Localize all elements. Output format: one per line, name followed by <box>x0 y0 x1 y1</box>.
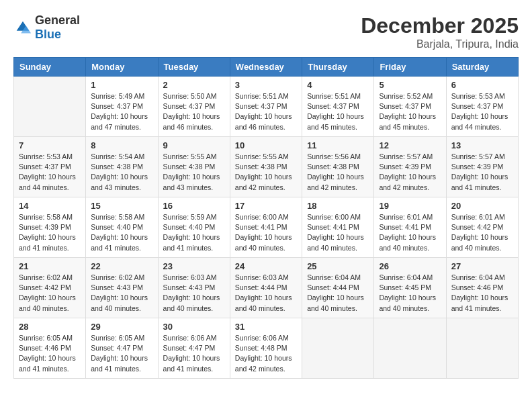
weekday-header-wednesday: Wednesday <box>230 58 302 77</box>
month-title: December 2025 <box>361 13 519 38</box>
calendar-cell <box>374 318 446 379</box>
day-info: Sunrise: 6:00 AMSunset: 4:41 PMDaylight:… <box>307 212 369 253</box>
calendar-cell: 5Sunrise: 5:52 AMSunset: 4:37 PMDaylight… <box>374 77 446 137</box>
logo-text-general: General <box>35 13 80 27</box>
day-info: Sunrise: 6:03 AMSunset: 4:44 PMDaylight:… <box>235 273 297 314</box>
day-number: 4 <box>307 80 369 90</box>
calendar-week-3: 14Sunrise: 5:58 AMSunset: 4:39 PMDayligh… <box>14 197 519 258</box>
calendar-cell: 24Sunrise: 6:03 AMSunset: 4:44 PMDayligh… <box>230 258 302 318</box>
calendar-cell: 27Sunrise: 6:04 AMSunset: 4:46 PMDayligh… <box>446 258 518 318</box>
day-number: 30 <box>163 322 225 332</box>
day-number: 20 <box>451 201 513 211</box>
day-number: 13 <box>451 140 513 150</box>
calendar-week-5: 28Sunrise: 6:05 AMSunset: 4:46 PMDayligh… <box>14 318 519 379</box>
calendar-cell: 29Sunrise: 6:05 AMSunset: 4:47 PMDayligh… <box>86 318 158 379</box>
day-info: Sunrise: 5:51 AMSunset: 4:37 PMDaylight:… <box>235 91 297 132</box>
day-number: 23 <box>163 261 225 271</box>
calendar-cell: 16Sunrise: 5:59 AMSunset: 4:40 PMDayligh… <box>158 197 230 258</box>
day-number: 5 <box>379 80 441 90</box>
day-info: Sunrise: 6:01 AMSunset: 4:42 PMDaylight:… <box>451 212 513 253</box>
day-number: 31 <box>235 322 297 332</box>
logo: General Blue <box>13 13 80 42</box>
day-info: Sunrise: 5:52 AMSunset: 4:37 PMDaylight:… <box>379 91 441 132</box>
weekday-header-row: SundayMondayTuesdayWednesdayThursdayFrid… <box>14 58 519 77</box>
day-info: Sunrise: 5:56 AMSunset: 4:38 PMDaylight:… <box>307 152 369 193</box>
calendar-cell: 22Sunrise: 6:02 AMSunset: 4:43 PMDayligh… <box>86 258 158 318</box>
weekday-header-sunday: Sunday <box>14 58 86 77</box>
day-number: 29 <box>91 322 152 332</box>
weekday-header-tuesday: Tuesday <box>158 58 230 77</box>
day-number: 8 <box>91 140 152 150</box>
calendar-cell: 25Sunrise: 6:04 AMSunset: 4:44 PMDayligh… <box>302 258 374 318</box>
day-number: 15 <box>91 201 152 211</box>
day-info: Sunrise: 5:49 AMSunset: 4:37 PMDaylight:… <box>91 91 152 132</box>
day-number: 14 <box>19 201 81 211</box>
calendar-cell <box>14 77 86 137</box>
day-number: 28 <box>19 322 81 332</box>
calendar-cell: 18Sunrise: 6:00 AMSunset: 4:41 PMDayligh… <box>302 197 374 258</box>
calendar-cell: 17Sunrise: 6:00 AMSunset: 4:41 PMDayligh… <box>230 197 302 258</box>
day-number: 2 <box>163 80 225 90</box>
day-info: Sunrise: 5:57 AMSunset: 4:39 PMDaylight:… <box>379 152 441 193</box>
day-info: Sunrise: 6:01 AMSunset: 4:41 PMDaylight:… <box>379 212 441 253</box>
day-info: Sunrise: 6:00 AMSunset: 4:41 PMDaylight:… <box>235 212 297 253</box>
calendar-table: SundayMondayTuesdayWednesdayThursdayFrid… <box>13 57 519 379</box>
day-info: Sunrise: 6:03 AMSunset: 4:43 PMDaylight:… <box>163 273 225 314</box>
calendar-cell: 13Sunrise: 5:57 AMSunset: 4:39 PMDayligh… <box>446 137 518 197</box>
calendar-cell: 10Sunrise: 5:55 AMSunset: 4:38 PMDayligh… <box>230 137 302 197</box>
logo-icon <box>13 18 32 37</box>
calendar-week-4: 21Sunrise: 6:02 AMSunset: 4:42 PMDayligh… <box>14 258 519 318</box>
calendar-cell: 30Sunrise: 6:06 AMSunset: 4:47 PMDayligh… <box>158 318 230 379</box>
calendar-cell: 20Sunrise: 6:01 AMSunset: 4:42 PMDayligh… <box>446 197 518 258</box>
day-info: Sunrise: 6:02 AMSunset: 4:43 PMDaylight:… <box>91 273 152 314</box>
day-number: 7 <box>19 140 81 150</box>
calendar-cell: 3Sunrise: 5:51 AMSunset: 4:37 PMDaylight… <box>230 77 302 137</box>
day-number: 19 <box>379 201 441 211</box>
calendar-cell: 14Sunrise: 5:58 AMSunset: 4:39 PMDayligh… <box>14 197 86 258</box>
day-number: 6 <box>451 80 513 90</box>
day-number: 11 <box>307 140 369 150</box>
day-number: 22 <box>91 261 152 271</box>
day-info: Sunrise: 6:06 AMSunset: 4:47 PMDaylight:… <box>163 333 225 374</box>
weekday-header-friday: Friday <box>374 58 446 77</box>
day-number: 27 <box>451 261 513 271</box>
day-info: Sunrise: 6:04 AMSunset: 4:45 PMDaylight:… <box>379 273 441 314</box>
day-number: 10 <box>235 140 297 150</box>
calendar-cell: 8Sunrise: 5:54 AMSunset: 4:38 PMDaylight… <box>86 137 158 197</box>
calendar-cell <box>302 318 374 379</box>
calendar-cell: 31Sunrise: 6:06 AMSunset: 4:48 PMDayligh… <box>230 318 302 379</box>
day-number: 24 <box>235 261 297 271</box>
weekday-header-thursday: Thursday <box>302 58 374 77</box>
calendar-cell: 6Sunrise: 5:53 AMSunset: 4:37 PMDaylight… <box>446 77 518 137</box>
logo-text-blue: Blue <box>35 28 61 41</box>
title-area: December 2025 Barjala, Tripura, India <box>361 13 519 50</box>
calendar-cell: 28Sunrise: 6:05 AMSunset: 4:46 PMDayligh… <box>14 318 86 379</box>
day-info: Sunrise: 6:04 AMSunset: 4:44 PMDaylight:… <box>307 273 369 314</box>
day-info: Sunrise: 5:53 AMSunset: 4:37 PMDaylight:… <box>19 152 81 193</box>
day-info: Sunrise: 6:05 AMSunset: 4:47 PMDaylight:… <box>91 333 152 374</box>
calendar-cell: 19Sunrise: 6:01 AMSunset: 4:41 PMDayligh… <box>374 197 446 258</box>
day-info: Sunrise: 5:55 AMSunset: 4:38 PMDaylight:… <box>235 152 297 193</box>
day-info: Sunrise: 5:54 AMSunset: 4:38 PMDaylight:… <box>91 152 152 193</box>
day-info: Sunrise: 6:05 AMSunset: 4:46 PMDaylight:… <box>19 333 81 374</box>
header: General Blue December 2025 Barjala, Trip… <box>13 13 519 50</box>
location-title: Barjala, Tripura, India <box>361 38 519 50</box>
logo-wordmark: General Blue <box>35 13 80 42</box>
calendar-cell: 9Sunrise: 5:55 AMSunset: 4:38 PMDaylight… <box>158 137 230 197</box>
day-info: Sunrise: 5:50 AMSunset: 4:37 PMDaylight:… <box>163 91 225 132</box>
day-number: 26 <box>379 261 441 271</box>
day-info: Sunrise: 5:58 AMSunset: 4:40 PMDaylight:… <box>91 212 152 253</box>
day-number: 21 <box>19 261 81 271</box>
day-number: 1 <box>91 80 152 90</box>
calendar-cell: 12Sunrise: 5:57 AMSunset: 4:39 PMDayligh… <box>374 137 446 197</box>
day-number: 3 <box>235 80 297 90</box>
calendar-week-2: 7Sunrise: 5:53 AMSunset: 4:37 PMDaylight… <box>14 137 519 197</box>
day-number: 12 <box>379 140 441 150</box>
day-info: Sunrise: 6:02 AMSunset: 4:42 PMDaylight:… <box>19 273 81 314</box>
calendar-cell: 23Sunrise: 6:03 AMSunset: 4:43 PMDayligh… <box>158 258 230 318</box>
calendar-cell: 15Sunrise: 5:58 AMSunset: 4:40 PMDayligh… <box>86 197 158 258</box>
day-info: Sunrise: 6:06 AMSunset: 4:48 PMDaylight:… <box>235 333 297 374</box>
calendar-cell: 1Sunrise: 5:49 AMSunset: 4:37 PMDaylight… <box>86 77 158 137</box>
calendar-cell: 21Sunrise: 6:02 AMSunset: 4:42 PMDayligh… <box>14 258 86 318</box>
day-number: 9 <box>163 140 225 150</box>
